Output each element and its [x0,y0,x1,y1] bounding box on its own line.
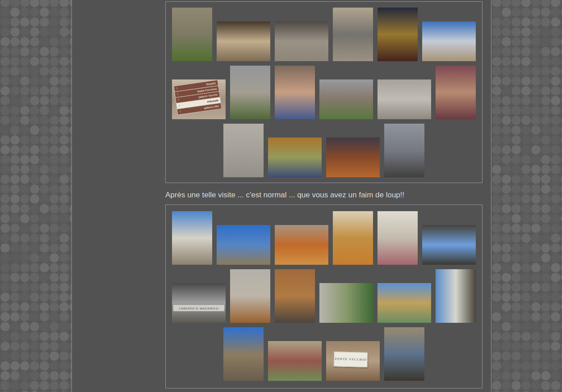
shop-entrance-with-roses-thumbnail[interactable] [377,211,418,265]
signpost-panel: ↑Bargello↑Badia Fiorentina↑palazzo Vecch… [174,80,222,118]
fresco-covered-chapel-wall-thumbnail[interactable] [217,21,270,61]
thumbnail-row: PONTE VECCHIO [166,327,482,381]
santa-croce-square-crowd-thumbnail[interactable] [422,21,476,61]
pasta-dish-with-drink-thumbnail[interactable] [326,138,380,177]
museums-direction-signpost-thumbnail[interactable]: ↑Bargello↑Badia Fiorentina↑palazzo Vecch… [172,79,226,119]
cloister-courtyard-well-thumbnail[interactable] [172,8,212,61]
photo-blog-page: { "page": { "background_color": "#525252… [0,0,562,392]
arrow-icon: ↑ [178,103,180,108]
ponte-vecchio-street-plaque-thumbnail[interactable]: PONTE VECCHIO [326,341,380,381]
madonna-fresco-thumbnail[interactable] [333,8,373,61]
thumbnail-row [166,211,482,265]
ponte-vecchio-street-plaque-inscription: PONTE VECCHIO [333,351,368,367]
thumbnail-row [166,8,482,61]
arrow-icon: ↑ [176,92,179,97]
narrow-florence-street-thumbnail[interactable] [275,269,315,323]
museum-corridor-thumbnail[interactable] [275,21,328,61]
thumbnail-row: ↑Bargello↑Badia Fiorentina↑palazzo Vecch… [166,66,482,119]
thumbnail-row [166,124,482,177]
renaissance-painting-detail-thumbnail[interactable] [436,66,476,119]
right-dotted-background-panel [491,0,562,392]
last-judgment-altarpiece-thumbnail[interactable] [377,8,418,61]
rusticated-arch-doorway-thumbnail[interactable] [230,269,270,323]
santa-croce-facade-crowd-thumbnail[interactable] [172,211,212,265]
spaghetti-al-pesto-plate-thumbnail[interactable] [268,138,322,177]
arrow-icon: ↑ [176,86,178,91]
ponte-vecchio-over-arno-thumbnail[interactable] [377,283,431,323]
gallery-santa-croce-visit: ↑Bargello↑Badia Fiorentina↑palazzo Vecch… [165,1,482,183]
family-photo-ponte-vecchio-thumbnail[interactable] [268,341,322,381]
neptune-fountain-statue-thumbnail[interactable] [436,269,476,323]
hands-holding-bread-shield-thumbnail[interactable] [333,211,373,265]
statue-in-oval-niche-thumbnail[interactable] [223,124,264,177]
skylight-framed-blue-sky-thumbnail[interactable] [422,225,476,265]
badia-and-bargello-towers-thumbnail[interactable] [217,225,270,265]
marble-veiled-woman-relief-thumbnail[interactable] [377,79,431,119]
thumbnail-row: LORENZO IL MAGNIFICO [166,269,482,323]
caption-text: Après une telle visite ... c'est normal … [165,191,482,200]
margherita-pizza-table-thumbnail[interactable] [275,225,328,265]
gallery-lunch-and-city-walk: LORENZO IL MAGNIFICOPONTE VECCHIO [165,204,482,388]
arrow-icon: ↑ [179,109,181,114]
cloister-campanile-view-thumbnail[interactable] [230,66,270,119]
left-dotted-background-panel [0,0,71,392]
arrow-icon: ↑ [177,97,180,103]
perseus-statue-loggia-thumbnail[interactable] [384,327,424,381]
santa-croce-campanile-silhouette-thumbnail[interactable] [384,124,424,177]
cloister-lawn-chapel-thumbnail[interactable] [319,79,373,119]
lorenzo-il-magnifico-statue-base-inscription: LORENZO IL MAGNIFICO [173,305,224,311]
palazzo-vecchio-tower-thumbnail[interactable] [223,327,264,381]
tourist-with-potted-lemon-tree-thumbnail[interactable] [319,283,373,323]
bronzino-painting-detail-thumbnail[interactable] [275,66,315,119]
lorenzo-il-magnifico-statue-base-thumbnail[interactable]: LORENZO IL MAGNIFICO [172,283,226,323]
